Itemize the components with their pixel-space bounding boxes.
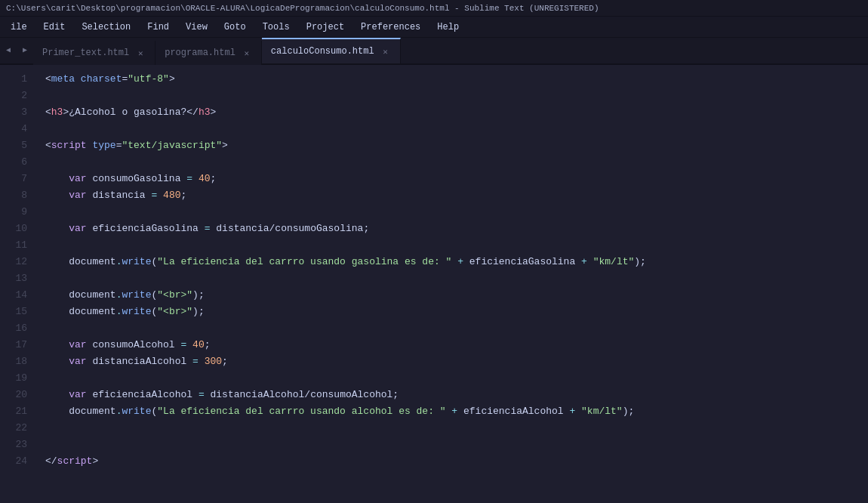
tab-calculo[interactable]: calculoConsumo.html ✕ bbox=[262, 38, 401, 63]
tab-programa[interactable]: programa.html ✕ bbox=[155, 41, 262, 65]
code-line-7: var consumoGasolina = 40; bbox=[45, 171, 868, 187]
title-bar: C:\Users\carit\Desktop\programacion\ORAC… bbox=[0, 0, 868, 17]
code-line-18: var distanciaAlcohol = 300; bbox=[45, 353, 868, 370]
tab-primer-text[interactable]: Primer_text.html ✕ bbox=[33, 41, 155, 65]
code-line-12: document.write("La eficiencia del carrro… bbox=[45, 254, 868, 270]
code-line-5: <script type="text/javascript"> bbox=[45, 137, 868, 154]
code-line-6 bbox=[45, 154, 868, 171]
code-line-15: document.write("<br>"); bbox=[45, 304, 868, 320]
tab-close-programa[interactable]: ✕ bbox=[242, 48, 252, 58]
code-line-1: <meta charset="utf-8"> bbox=[45, 71, 868, 88]
menu-item-help[interactable]: Help bbox=[429, 20, 466, 35]
code-line-14: document.write("<br>"); bbox=[45, 287, 868, 304]
code-line-10: var eficienciaGasolina = distancia/consu… bbox=[45, 221, 868, 237]
tab-label-calculo: calculoConsumo.html bbox=[271, 46, 374, 57]
menu-item-goto[interactable]: Goto bbox=[217, 20, 254, 35]
code-line-19 bbox=[45, 370, 868, 387]
code-line-8: var distancia = 480; bbox=[45, 187, 868, 204]
code-line-13 bbox=[45, 270, 868, 287]
code-line-9 bbox=[45, 204, 868, 221]
menu-item-preferences[interactable]: Preferences bbox=[353, 20, 428, 35]
code-area[interactable]: <meta charset="utf-8"> <h3>¿Alcohol o ga… bbox=[36, 65, 868, 503]
menu-item-project[interactable]: Project bbox=[299, 20, 352, 35]
menu-item-tools[interactable]: Tools bbox=[255, 20, 297, 35]
code-line-4 bbox=[45, 121, 868, 137]
menu-item-find[interactable]: Find bbox=[140, 20, 177, 35]
title-text: C:\Users\carit\Desktop\programacion\ORAC… bbox=[6, 4, 599, 13]
tab-label-programa: programa.html bbox=[165, 48, 235, 58]
menu-item-selection[interactable]: Selection bbox=[74, 20, 138, 35]
code-line-22 bbox=[45, 420, 868, 437]
menu-item-view[interactable]: View bbox=[178, 20, 215, 35]
code-line-16 bbox=[45, 320, 868, 337]
tab-label-primer: Primer_text.html bbox=[42, 48, 129, 58]
code-line-23 bbox=[45, 437, 868, 453]
tab-bar: ◀ ▶ Primer_text.html ✕ programa.html ✕ c… bbox=[0, 38, 868, 65]
code-line-21: document.write("La eficiencia del carrro… bbox=[45, 403, 868, 420]
tab-nav-left[interactable]: ◀ bbox=[0, 36, 17, 63]
code-line-11 bbox=[45, 237, 868, 254]
line-numbers: 1 2 3 4 5 6 7 8 9 10 11 12 13 14 15 16 1… bbox=[0, 65, 36, 503]
code-line-24: </script> bbox=[45, 453, 868, 470]
tab-close-calculo[interactable]: ✕ bbox=[380, 46, 391, 57]
menu-item-edit[interactable]: Edit bbox=[36, 20, 73, 35]
code-line-17: var consumoAlcohol = 40; bbox=[45, 337, 868, 353]
editor: 1 2 3 4 5 6 7 8 9 10 11 12 13 14 15 16 1… bbox=[0, 65, 868, 503]
menu-bar: ile Edit Selection Find View Goto Tools … bbox=[0, 17, 868, 38]
tab-close-primer[interactable]: ✕ bbox=[135, 48, 146, 58]
code-line-20: var eficienciaAlcohol = distanciaAlcohol… bbox=[45, 387, 868, 403]
code-line-2 bbox=[45, 88, 868, 104]
menu-item-file[interactable]: ile bbox=[3, 20, 35, 35]
code-line-3: <h3>¿Alcohol o gasolina?</h3> bbox=[45, 104, 868, 121]
tab-nav-right[interactable]: ▶ bbox=[17, 36, 33, 63]
